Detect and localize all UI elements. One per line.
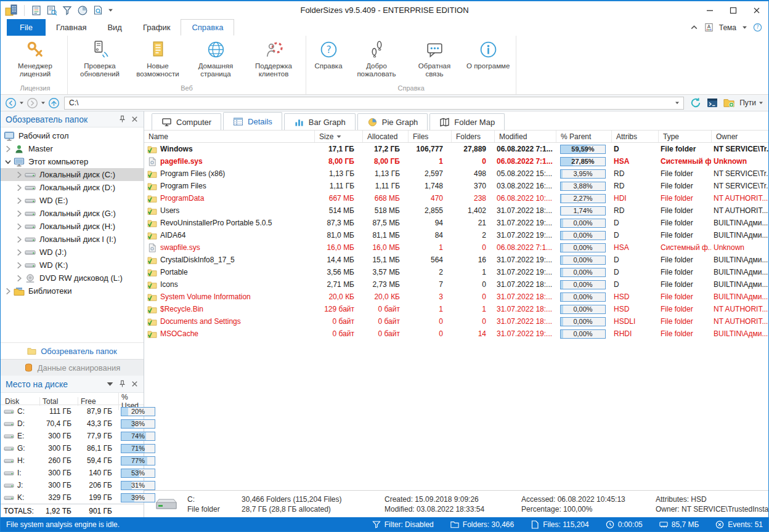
chevron-right-icon[interactable] [3, 287, 13, 296]
nav-folder-explorer[interactable]: Обозреватель папок [1, 342, 144, 359]
tree-item-3[interactable]: Локальный диск (C:) [1, 168, 144, 181]
tree-item-2[interactable]: Этот компьютер [1, 155, 144, 168]
tree-item-4[interactable]: Локальный диск (D:) [1, 181, 144, 194]
tab-pie-graph[interactable]: Pie Graph [357, 113, 428, 130]
chevron-down-icon[interactable] [3, 158, 13, 166]
help-button[interactable]: ?Справка [309, 37, 348, 70]
paths-dropdown-icon[interactable] [759, 100, 763, 105]
tab-computer[interactable]: Computer [152, 113, 221, 130]
file-menu-button[interactable]: File [7, 19, 46, 36]
disk-column-header[interactable]: Disk [4, 397, 39, 406]
tree-item-1[interactable]: Master [1, 142, 144, 155]
forward-dropdown-icon[interactable] [41, 100, 46, 105]
column-header-allocated[interactable]: Allocated [362, 131, 408, 142]
panel-close-icon[interactable] [131, 115, 139, 123]
table-row[interactable]: MSOCache0 байт0 байт01431.07.2022 19:...… [144, 328, 768, 340]
table-row[interactable]: Portable3,56 МБ3,57 МБ2131.07.2022 19:..… [144, 266, 768, 278]
table-row[interactable]: Icons2,71 МБ2,73 МБ7031.07.2022 18:...0,… [144, 278, 768, 291]
disk-column-header[interactable]: Total [39, 397, 78, 406]
help-circle-icon[interactable]: ? [753, 23, 762, 32]
license-manager-button[interactable]: Менеджер лицензий [6, 37, 64, 78]
table-row[interactable]: ProgramData667 МБ668 МБ47023806.08.2022 … [144, 192, 768, 204]
back-dropdown-icon[interactable] [19, 100, 24, 105]
chevron-right-icon[interactable] [14, 261, 24, 270]
minimize-button[interactable] [698, 1, 722, 19]
column-header-type[interactable]: Type [658, 131, 711, 142]
column-header-folders[interactable]: Folders [451, 131, 494, 142]
theme-label[interactable]: Тема [719, 23, 736, 32]
tab-details[interactable]: Details [223, 112, 282, 130]
chevron-right-icon[interactable] [3, 145, 13, 153]
paths-folder-icon[interactable] [723, 97, 734, 108]
welcome-button[interactable]: Добро пожаловать [348, 37, 405, 78]
column-header-modified[interactable]: Modified [494, 131, 556, 142]
feedback-button[interactable]: Обратная связь [405, 37, 463, 78]
up-icon[interactable] [48, 97, 60, 109]
refresh-icon[interactable] [690, 97, 701, 108]
tab-folder-map[interactable]: Folder Map [429, 113, 505, 130]
chevron-right-icon[interactable] [14, 209, 24, 218]
column-header-owner[interactable]: Owner [711, 131, 768, 142]
panel-close-icon[interactable] [131, 380, 139, 388]
doc-search-icon[interactable] [92, 5, 104, 16]
column-header-name[interactable]: Name [144, 131, 314, 142]
column-header-attribs[interactable]: Attribs [611, 131, 658, 142]
close-button[interactable] [745, 1, 768, 19]
disk-row[interactable]: H:260 ГБ59,4 ГБ77% [1, 454, 144, 467]
chevron-right-icon[interactable] [14, 171, 24, 179]
console-icon[interactable] [707, 97, 718, 108]
tree-item-12[interactable]: Библиотеки [1, 284, 144, 297]
tree-item-6[interactable]: Локальный диск (G:) [1, 207, 144, 220]
table-row[interactable]: CrystalDiskInfo8_17_514,4 МБ15,1 МБ56416… [144, 254, 768, 266]
table-row[interactable]: AIDA6481,0 МБ81,1 МБ84231.07.2022 19:...… [144, 229, 768, 241]
tab-bar-graph[interactable]: Bar Graph [284, 113, 356, 130]
maximize-button[interactable] [722, 1, 745, 19]
disk-row[interactable]: E:300 ГБ77,9 ГБ74% [1, 430, 144, 442]
pin-icon[interactable] [118, 115, 126, 123]
table-row[interactable]: pagefile.sys8,00 ГБ8,00 ГБ1006.08.2022 7… [144, 155, 768, 167]
disk-row[interactable]: C:111 ГБ87,9 ГБ20% [1, 405, 144, 417]
address-input[interactable]: C:\ [64, 97, 684, 110]
tree-item-11[interactable]: DVD RW дисковод (L:) [1, 272, 144, 284]
ribbon-tab-view[interactable]: Вид [97, 19, 132, 36]
chevron-right-icon[interactable] [14, 196, 24, 205]
home-page-button[interactable]: Домашняя страница [187, 37, 245, 78]
table-row[interactable]: swapfile.sys16,0 МБ16,0 МБ1006.08.2022 7… [144, 241, 768, 254]
table-row[interactable]: Windows17,1 ГБ17,2 ГБ106,77727,88906.08.… [144, 143, 768, 155]
table-row[interactable]: Users514 МБ518 МБ2,8551,40231.07.2022 18… [144, 204, 768, 217]
disk-row[interactable]: I:300 ГБ140 ГБ53% [1, 467, 144, 479]
whats-new-button[interactable]: Новые возможности [129, 37, 187, 78]
column-header-percent-parent[interactable]: % Parent [556, 131, 611, 142]
chevron-right-icon[interactable] [14, 222, 24, 231]
address-dropdown-icon[interactable] [675, 100, 680, 105]
back-icon[interactable] [5, 97, 17, 109]
column-header-size[interactable]: Size [314, 131, 362, 142]
paths-label[interactable]: Пути [739, 99, 756, 107]
tree-item-8[interactable]: Локальный диск I (I:) [1, 233, 144, 246]
tree-item-10[interactable]: WD (K:) [1, 259, 144, 272]
table-row[interactable]: $Recycle.Bin129 байт0 байт1131.07.2022 1… [144, 303, 768, 315]
table-row[interactable]: Program Files (x86)1,13 ГБ1,13 ГБ2,59749… [144, 167, 768, 180]
scheduler-icon[interactable] [77, 5, 88, 16]
tree-item-9[interactable]: WD (J:) [1, 246, 144, 259]
chevron-right-icon[interactable] [14, 183, 24, 192]
ribbon-tab-help[interactable]: Справка [181, 19, 234, 36]
nav-scan-data[interactable]: Данные сканирования [1, 359, 144, 376]
customer-support-button[interactable]: Поддержка клиентов [245, 37, 303, 78]
about-button[interactable]: О программе [463, 37, 513, 70]
disk-row[interactable]: G:300 ГБ86,1 ГБ71% [1, 442, 144, 454]
disk-column-header[interactable]: Free [78, 397, 118, 406]
column-header-files[interactable]: Files [408, 131, 451, 142]
check-updates-button[interactable]: Проверка обновлений [71, 37, 129, 78]
collapse-ribbon-icon[interactable] [690, 23, 699, 32]
theme-dropdown-icon[interactable] [742, 25, 747, 30]
chevron-right-icon[interactable] [14, 274, 24, 283]
panel-dropdown-icon[interactable] [106, 380, 114, 388]
report-icon[interactable] [31, 5, 42, 16]
ribbon-tab-chart[interactable]: График [132, 19, 181, 36]
table-row[interactable]: RevoUninstallerPro Portable 5.0.587,3 МБ… [144, 217, 768, 229]
disk-row[interactable]: J:300 ГБ206 ГБ31% [1, 479, 144, 491]
table-row[interactable]: System Volume Information20,0 КБ20,0 КБ3… [144, 291, 768, 303]
filter-icon[interactable] [62, 5, 73, 16]
tree-item-0[interactable]: Рабочий стол [1, 129, 144, 142]
